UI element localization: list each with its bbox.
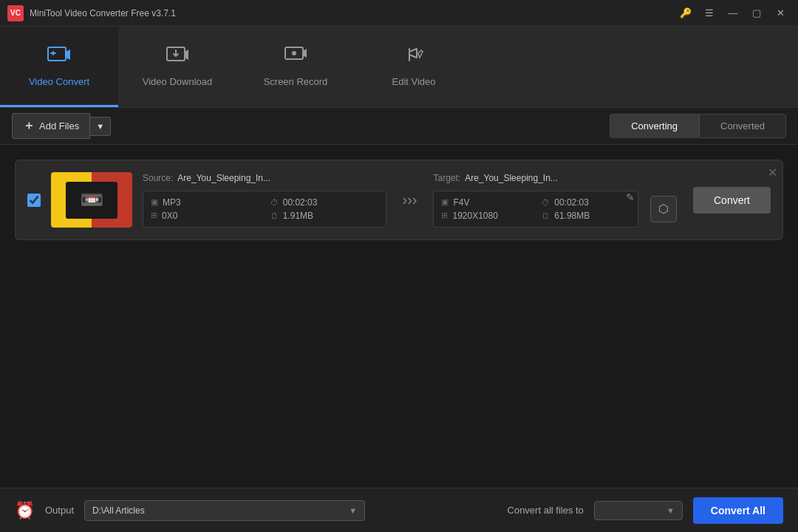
clock-icon-bottom: ⏰: [15, 501, 35, 520]
card-delete-btn[interactable]: ✕: [768, 166, 777, 180]
convert-all-button[interactable]: Convert All: [693, 497, 783, 524]
target-size-item: 🗋 61.98MB: [542, 211, 630, 221]
target-section: Target: Are_You_Sleeping_In... ▣ F4V ⏱ 0…: [433, 173, 677, 228]
minimize-button[interactable]: —: [723, 6, 743, 21]
convert-all-format-selector[interactable]: ▼: [594, 501, 683, 520]
source-filename: Are_You_Sleeping_In...: [177, 173, 270, 183]
target-folder-btn[interactable]: ⬡: [650, 196, 677, 222]
nav-label-video-download: Video Download: [143, 76, 212, 87]
key-icon: 🔑: [680, 7, 692, 18]
output-dropdown-arrow: ▼: [349, 506, 357, 515]
nav-label-video-convert: Video Convert: [29, 76, 89, 87]
target-duration: 00:02:03: [554, 197, 589, 208]
resolution-icon-target: ⊞: [441, 211, 448, 220]
plus-icon: ＋: [23, 118, 35, 134]
tab-converted[interactable]: Converted: [699, 114, 786, 138]
video-convert-icon: [47, 44, 71, 70]
nav-label-edit-video: Edit Video: [392, 76, 435, 87]
output-label: Output: [45, 505, 74, 516]
converted-tab-label: Converted: [720, 120, 765, 132]
arrow-icon: ›››: [403, 191, 417, 208]
target-size: 61.98MB: [554, 211, 590, 221]
nav-item-screen-record[interactable]: Screen Record: [236, 27, 355, 107]
source-info: Source: Are_You_Sleeping_In... ▣ MP3 ⏱ 0…: [143, 173, 386, 228]
source-size-item: 🗋 1.91MB: [270, 211, 378, 221]
file-thumbnail: 📼: [51, 172, 132, 228]
maximize-button[interactable]: ▢: [746, 6, 767, 21]
minimize-icon: —: [729, 7, 738, 18]
target-info-grid: ▣ F4V ⏱ 00:02:03 ⊞ 1920X1080 🗋: [433, 191, 638, 228]
target-label: Target:: [433, 173, 460, 183]
target-edit-btn[interactable]: ✎: [624, 190, 636, 205]
source-format: MP3: [163, 197, 181, 208]
key-button[interactable]: 🔑: [675, 6, 696, 21]
target-resolution-item: ⊞ 1920X1080: [441, 211, 530, 221]
convert-arrows: ›››: [397, 191, 423, 208]
size-icon-target: 🗋: [542, 211, 550, 220]
convert-all-label-text: Convert All: [711, 505, 765, 516]
menu-button[interactable]: ☰: [699, 6, 720, 21]
add-files-dropdown-btn[interactable]: ▼: [90, 117, 111, 136]
toolbar: ＋ Add Files ▼ Converting Converted: [0, 108, 798, 145]
add-files-btn: ＋ Add Files ▼: [12, 113, 111, 139]
thumb-overlay: 📼: [66, 182, 117, 219]
bottom-bar: ⏰ Output D:\All Articles ▼ Convert all f…: [0, 488, 798, 532]
add-files-label: Add Files: [39, 120, 79, 132]
convert-button[interactable]: Convert: [693, 187, 771, 214]
source-format-item: ▣ MP3: [151, 197, 259, 208]
format-icon: ▣: [151, 197, 158, 207]
tab-converting[interactable]: Converting: [610, 114, 699, 138]
logo-text: VC: [10, 9, 21, 17]
file-checkbox[interactable]: [27, 194, 41, 207]
target-name-row: Target: Are_You_Sleeping_In...: [433, 173, 677, 183]
chevron-down-icon: ▼: [96, 122, 104, 131]
target-format-item: ▣ F4V: [441, 197, 530, 208]
screen-record-icon: [284, 44, 307, 70]
target-format: F4V: [453, 197, 469, 208]
convert-label: Convert: [714, 194, 750, 206]
target-duration-item: ⏱ 00:02:03: [542, 197, 630, 208]
source-resolution: 0X0: [162, 211, 177, 221]
cassette-icon: 📼: [80, 188, 103, 211]
converting-tab-label: Converting: [631, 120, 678, 132]
source-duration: 00:02:03: [283, 197, 318, 208]
menu-icon: ☰: [705, 7, 714, 18]
source-duration-item: ⏱ 00:02:03: [270, 197, 378, 208]
folder-icon: ⬡: [658, 202, 669, 216]
nav-item-video-download[interactable]: Video Download: [118, 27, 236, 107]
convert-all-dropdown-arrow: ▼: [666, 506, 675, 515]
maximize-icon: ▢: [752, 7, 761, 18]
clock-icon-target: ⏱: [542, 198, 550, 207]
edit-video-icon: [402, 44, 426, 70]
output-path-value: D:\All Articles: [92, 505, 145, 516]
resolution-icon-source: ⊞: [151, 211, 157, 220]
file-card: 📼 Source: Are_You_Sleeping_In... ▣ MP3 ⏱: [15, 160, 783, 240]
nav-item-edit-video[interactable]: Edit Video: [355, 27, 473, 107]
target-resolution: 1920X1080: [452, 211, 497, 221]
source-label: Source:: [143, 173, 173, 183]
target-row: ▣ F4V ⏱ 00:02:03 ⊞ 1920X1080 🗋: [433, 191, 677, 228]
title-bar: VC MiniTool Video Converter Free v3.7.1 …: [0, 0, 798, 27]
target-filename: Are_You_Sleeping_In...: [465, 173, 558, 183]
clock-icon-source: ⏱: [270, 198, 279, 207]
add-files-main-btn[interactable]: ＋ Add Files: [12, 113, 90, 139]
title-bar-controls: 🔑 ☰ — ▢ ✕: [675, 6, 791, 21]
output-path-selector[interactable]: D:\All Articles ▼: [84, 500, 365, 521]
svg-rect-0: [48, 47, 66, 61]
close-icon: ✕: [777, 7, 785, 18]
svg-point-3: [292, 51, 296, 55]
nav-label-screen-record: Screen Record: [264, 76, 328, 87]
size-icon-source: 🗋: [270, 211, 279, 220]
format-icon-target: ▣: [441, 197, 449, 207]
source-info-grid: ▣ MP3 ⏱ 00:02:03 ⊞ 0X0 🗋 1.91MB: [143, 191, 386, 228]
file-card-wrapper: 📼 Source: Are_You_Sleeping_In... ▣ MP3 ⏱: [15, 160, 783, 240]
convert-all-files-label: Convert all files to: [508, 505, 584, 516]
tabs: Converting Converted: [610, 114, 786, 138]
app-title: MiniTool Video Converter Free v3.7.1: [30, 8, 675, 18]
nav-item-video-convert[interactable]: Video Convert: [0, 27, 118, 107]
edit-icon: ✎: [626, 191, 635, 203]
source-resolution-item: ⊞ 0X0: [151, 211, 259, 221]
source-name-row: Source: Are_You_Sleeping_In...: [143, 173, 386, 183]
main-content: 📼 Source: Are_You_Sleeping_In... ▣ MP3 ⏱: [0, 145, 798, 488]
close-button[interactable]: ✕: [770, 6, 791, 21]
